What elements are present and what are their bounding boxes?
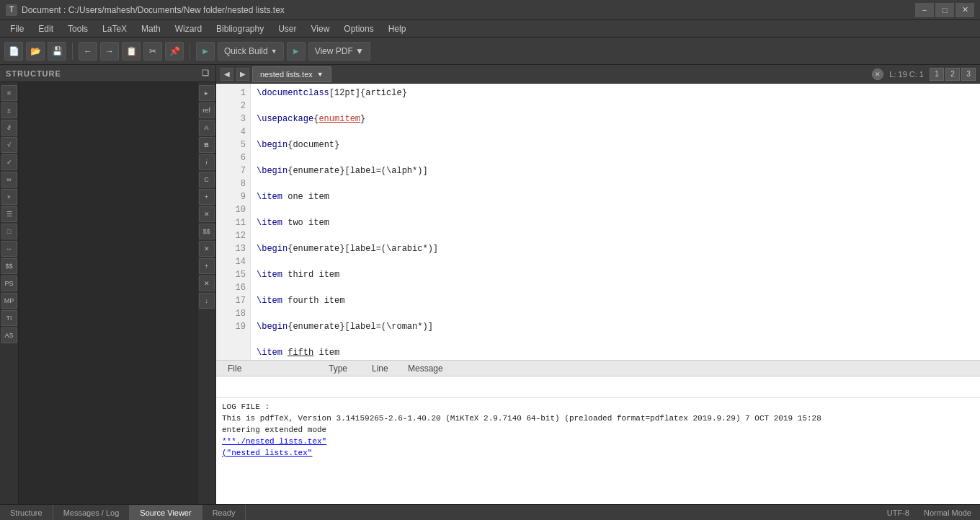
maximize-button[interactable]: □ (935, 3, 954, 17)
sidebar-icon-ti[interactable]: TI (1, 310, 17, 326)
sidebar-icon-partial[interactable]: ∂ (1, 120, 17, 136)
sidebar-icon-arrows[interactable]: ↔ (1, 241, 17, 257)
right-icon-plus[interactable]: + (199, 189, 215, 205)
status-right: UTF-8 Normal Mode (878, 508, 980, 517)
right-icon-a[interactable]: A (199, 120, 215, 136)
right-icon-bar: ▸ ref A B i C + ✕ $$ ✕ + ✕ ↓ (197, 82, 215, 504)
run-button[interactable]: ► (196, 42, 215, 61)
window-controls[interactable]: − □ ✕ (915, 3, 974, 17)
sidebar-icon-mp[interactable]: MP (1, 293, 17, 309)
sidebar-icon-infinity[interactable]: ∞ (1, 172, 17, 188)
menu-item-user[interactable]: User (271, 22, 303, 35)
menu-item-tools[interactable]: Tools (61, 22, 95, 35)
paste-button[interactable]: 📌 (165, 42, 184, 61)
cut-button[interactable]: ✂ (143, 42, 162, 61)
view-mode-1[interactable]: 1 (930, 68, 944, 81)
menu-item-help[interactable]: Help (381, 22, 414, 35)
view-mode-2[interactable]: 2 (945, 68, 960, 81)
log-link-1[interactable]: ***./nested lists.tex" (222, 436, 974, 447)
view-mode-3[interactable]: 3 (961, 68, 976, 81)
right-icon-close[interactable]: ✕ (199, 206, 215, 222)
toolbar: 📄 📂 💾 ← → 📋 ✂ 📌 ► Quick Build ▼ ► View P… (0, 38, 980, 65)
structure-resize-icon[interactable]: ❑ (202, 69, 210, 78)
log-col-file: File (222, 363, 323, 374)
view-pdf-button[interactable]: View PDF ▼ (308, 42, 370, 61)
line-numbers: 12345 678910 1112131415 16171819 (216, 84, 251, 360)
close-tab-button[interactable]: ✕ (872, 69, 883, 80)
title-bar: T Document : C:/Users/mahesh/Documents/N… (0, 0, 980, 20)
menu-item-bibliography[interactable]: Bibliography (209, 22, 271, 35)
bottom-tab-messages[interactable]: Messages / Log (53, 505, 130, 521)
code-editor[interactable]: 12345 678910 1112131415 16171819 \docume… (216, 84, 980, 360)
log-table-header: File Type Line Message (216, 361, 980, 376)
copy-button[interactable]: 📋 (122, 42, 141, 61)
right-icon-down[interactable]: ↓ (199, 293, 215, 309)
cursor-position: L: 19 C: 1 (889, 70, 924, 79)
view-mode-buttons: 1 2 3 (930, 68, 976, 81)
sidebar-icon-menu[interactable]: ≡ (1, 85, 17, 101)
editor-tab-active[interactable]: nested lists.tex ▼ (252, 66, 331, 82)
menu-item-latex[interactable]: LaTeX (95, 22, 134, 35)
sidebar-icon-sqrt[interactable]: √ (1, 137, 17, 153)
sidebar-icon-list[interactable]: ☰ (1, 206, 17, 222)
build-dropdown-arrow: ▼ (271, 48, 277, 55)
sidebar-icon-box[interactable]: □ (1, 224, 17, 239)
log-panel: File Type Line Message LOG FILE : This i… (216, 360, 980, 504)
right-icon-plus2[interactable]: + (199, 258, 215, 274)
toolbar-separator-1 (72, 43, 73, 60)
save-file-button[interactable]: 💾 (48, 42, 66, 61)
editor-status-right: ✕ L: 19 C: 1 1 2 3 (872, 68, 976, 81)
sidebar-icon-cross[interactable]: × (1, 189, 17, 205)
view-pdf-label: View PDF (315, 46, 353, 56)
minimize-button[interactable]: − (915, 3, 934, 17)
sidebar-icon-ps[interactable]: PS (1, 276, 17, 291)
bottom-tab-ready[interactable]: Ready (202, 505, 246, 521)
sidebar-icon-as[interactable]: AS (1, 327, 17, 343)
right-icon-expand[interactable]: ▸ (199, 85, 215, 101)
sidebar-icon-dollar[interactable]: $$ (1, 258, 17, 274)
menu-item-wizard[interactable]: Wizard (168, 22, 209, 35)
structure-title: STRUCTURE (6, 69, 61, 78)
sidebar-icon-plus[interactable]: ± (1, 102, 17, 118)
menu-item-options[interactable]: Options (337, 22, 380, 35)
right-icon-c[interactable]: C (199, 172, 215, 188)
tab-nav-back[interactable]: ◀ (220, 68, 233, 81)
right-icon-x2[interactable]: ✕ (199, 241, 215, 257)
encoding-status: UTF-8 (887, 508, 909, 517)
right-icon-ref[interactable]: ref (199, 102, 215, 118)
run-button-2[interactable]: ► (287, 42, 306, 61)
tab-dropdown-arrow[interactable]: ▼ (317, 71, 324, 78)
right-icon-x3[interactable]: ✕ (199, 276, 215, 291)
right-icon-i[interactable]: i (199, 154, 215, 170)
redo-button[interactable]: → (100, 42, 119, 61)
menu-item-view[interactable]: View (304, 22, 337, 35)
log-link-2[interactable]: ("nested lists.tex" (222, 447, 974, 459)
log-rows (216, 376, 980, 398)
close-button[interactable]: ✕ (956, 3, 974, 17)
editor-area: ◀ ▶ nested lists.tex ▼ ✕ L: 19 C: 1 1 2 … (216, 65, 980, 504)
editor-tabs: ◀ ▶ nested lists.tex ▼ ✕ L: 19 C: 1 1 2 … (216, 65, 980, 84)
right-icon-b[interactable]: B (199, 137, 215, 153)
title-bar-left: T Document : C:/Users/mahesh/Documents/N… (6, 4, 285, 16)
open-file-button[interactable]: 📂 (26, 42, 45, 61)
bottom-tab-source-viewer[interactable]: Source Viewer (130, 505, 202, 521)
app-icon: T (6, 4, 17, 16)
undo-button[interactable]: ← (79, 42, 97, 61)
quick-build-button[interactable]: Quick Build ▼ (218, 42, 284, 61)
right-icon-dollar2[interactable]: $$ (199, 224, 215, 239)
new-file-button[interactable]: 📄 (4, 42, 23, 61)
log-col-line: Line (366, 363, 402, 374)
structure-tree (19, 82, 197, 504)
log-label: LOG FILE : (222, 401, 974, 413)
sidebar-icon-check[interactable]: ✓ (1, 154, 17, 170)
structure-panel: STRUCTURE ❑ ≡ ± ∂ √ ✓ ∞ × ☰ □ ↔ $$ PS MP… (0, 65, 216, 504)
menu-item-math[interactable]: Math (134, 22, 168, 35)
left-icon-bar: ≡ ± ∂ √ ✓ ∞ × ☰ □ ↔ $$ PS MP TI AS (0, 82, 19, 504)
structure-header: STRUCTURE ❑ (0, 65, 215, 82)
tab-nav-forward[interactable]: ▶ (236, 68, 249, 81)
menu-item-file[interactable]: File (3, 22, 31, 35)
code-content[interactable]: \documentclass[12pt]{article} \usepackag… (251, 84, 980, 360)
menu-item-edit[interactable]: Edit (31, 22, 61, 35)
log-text[interactable]: LOG FILE : This is pdfTeX, Version 3.141… (216, 398, 980, 504)
bottom-tab-structure[interactable]: Structure (0, 505, 53, 521)
